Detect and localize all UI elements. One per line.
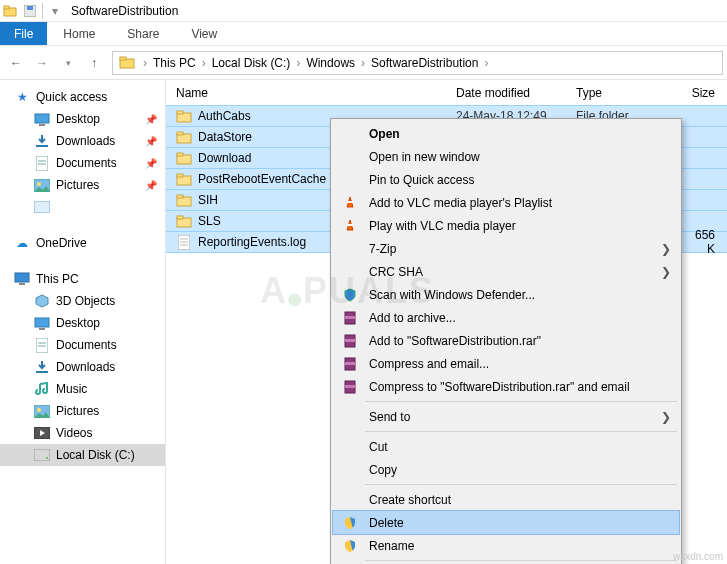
music-icon	[34, 381, 50, 397]
sidebar-item-label: Downloads	[56, 134, 115, 148]
menu-item-delete[interactable]: Delete	[333, 511, 679, 534]
file-name: PostRebootEventCache	[198, 172, 326, 186]
home-tab[interactable]: Home	[47, 22, 111, 45]
dropdown-icon[interactable]: ▾	[45, 1, 65, 21]
sidebar-item-desktop[interactable]: Desktop📌	[0, 108, 165, 130]
view-tab[interactable]: View	[175, 22, 233, 45]
menu-item-label: 7-Zip	[369, 242, 679, 256]
share-tab[interactable]: Share	[111, 22, 175, 45]
sidebar-label: This PC	[36, 272, 79, 286]
recent-dropdown[interactable]: ▾	[56, 51, 80, 75]
crumb-local-disk[interactable]: Local Disk (C:)	[208, 52, 295, 74]
sidebar-item-label: Videos	[56, 426, 92, 440]
file-tab[interactable]: File	[0, 22, 47, 45]
folder-icon	[176, 108, 192, 124]
save-icon[interactable]	[20, 1, 40, 21]
menu-item-7-zip[interactable]: 7-Zip❯	[333, 237, 679, 260]
sidebar-onedrive[interactable]: ☁ OneDrive	[0, 232, 165, 254]
sidebar-quick-access[interactable]: ★ Quick access	[0, 86, 165, 108]
downloads-icon	[34, 359, 50, 375]
menu-item-scan-with-windows-defender[interactable]: Scan with Windows Defender...	[333, 283, 679, 306]
chevron-right-icon[interactable]: ›	[359, 56, 367, 70]
menu-item-label: Copy	[369, 463, 679, 477]
crumb-this-pc[interactable]: This PC	[149, 52, 200, 74]
rar-icon	[341, 355, 359, 373]
sidebar-label: Quick access	[36, 90, 107, 104]
sidebar-item-label: Local Disk (C:)	[56, 448, 135, 462]
sidebar-item-videos[interactable]: Videos	[0, 422, 165, 444]
folder-icon	[0, 1, 20, 21]
svg-point-13	[37, 182, 41, 186]
menu-item-play-with-vlc-media-player[interactable]: Play with VLC media player	[333, 214, 679, 237]
svg-rect-22	[36, 371, 48, 373]
sidebar-this-pc[interactable]: This PC	[0, 268, 165, 290]
menu-item-add-to-vlc-media-player-s-playlist[interactable]: Add to VLC media player's Playlist	[333, 191, 679, 214]
menu-item-add-to-softwaredistribution-rar[interactable]: Add to "SoftwareDistribution.rar"	[333, 329, 679, 352]
menu-item-send-to[interactable]: Send to❯	[333, 405, 679, 428]
back-button[interactable]: ←	[4, 51, 28, 75]
blank-icon	[341, 263, 359, 281]
menu-item-label: Add to VLC media player's Playlist	[369, 196, 679, 210]
menu-item-compress-to-softwaredistribution-rar-and-email[interactable]: Compress to "SoftwareDistribution.rar" a…	[333, 375, 679, 398]
3d-icon	[34, 293, 50, 309]
menu-item-create-shortcut[interactable]: Create shortcut	[333, 488, 679, 511]
menu-separator	[365, 431, 677, 432]
sidebar-item-documents[interactable]: Documents📌	[0, 152, 165, 174]
sidebar-item-music[interactable]: Music	[0, 378, 165, 400]
svg-rect-44	[347, 201, 353, 203]
menu-separator	[365, 401, 677, 402]
breadcrumb[interactable]: › This PC › Local Disk (C:) › Windows › …	[112, 51, 723, 75]
pin-icon: 📌	[145, 114, 157, 125]
blank-icon	[341, 461, 359, 479]
desktop-icon	[34, 111, 50, 127]
chevron-right-icon[interactable]: ›	[294, 56, 302, 70]
sidebar-item-desktop[interactable]: Desktop	[0, 312, 165, 334]
sidebar-item-downloads[interactable]: Downloads📌	[0, 130, 165, 152]
menu-item-add-to-archive[interactable]: Add to archive...	[333, 306, 679, 329]
svg-rect-37	[177, 195, 183, 198]
pin-icon: 📌	[145, 158, 157, 169]
menu-item-cut[interactable]: Cut	[333, 435, 679, 458]
sidebar-item-label: Downloads	[56, 360, 115, 374]
sidebar-item-3d-objects[interactable]: 3D Objects	[0, 290, 165, 312]
sidebar-item-downloads[interactable]: Downloads	[0, 356, 165, 378]
col-type[interactable]: Type	[576, 86, 686, 100]
svg-rect-17	[35, 318, 49, 327]
chevron-right-icon[interactable]: ›	[200, 56, 208, 70]
sidebar-item-label: Music	[56, 382, 87, 396]
menu-item-copy[interactable]: Copy	[333, 458, 679, 481]
svg-rect-51	[345, 362, 355, 365]
svg-rect-6	[35, 114, 49, 123]
pc-icon	[14, 271, 30, 287]
menu-item-rename[interactable]: Rename	[333, 534, 679, 557]
crumb-softwaredistribution[interactable]: SoftwareDistribution	[367, 52, 482, 74]
menu-item-label: Rename	[369, 539, 679, 553]
sidebar-item-blank[interactable]	[0, 196, 165, 218]
file-name: DataStore	[198, 130, 252, 144]
chevron-right-icon[interactable]: ›	[141, 56, 149, 70]
sidebar-item-pictures[interactable]: Pictures📌	[0, 174, 165, 196]
chevron-right-icon[interactable]: ›	[482, 56, 490, 70]
crumb-windows[interactable]: Windows	[302, 52, 359, 74]
svg-rect-14	[34, 201, 50, 213]
menu-item-pin-to-quick-access[interactable]: Pin to Quick access	[333, 168, 679, 191]
menu-item-compress-and-email[interactable]: Compress and email...	[333, 352, 679, 375]
sidebar-item-pictures[interactable]: Pictures	[0, 400, 165, 422]
col-name[interactable]: Name	[176, 86, 456, 100]
menu-item-crc-sha[interactable]: CRC SHA❯	[333, 260, 679, 283]
svg-rect-53	[345, 385, 355, 388]
menu-item-open[interactable]: Open	[333, 122, 679, 145]
col-date[interactable]: Date modified	[456, 86, 576, 100]
pictures-icon	[34, 177, 50, 193]
sidebar-item-label: Desktop	[56, 112, 100, 126]
col-size[interactable]: Size	[686, 86, 727, 100]
forward-button[interactable]: →	[30, 51, 54, 75]
separator	[42, 3, 43, 19]
sidebar-item-local-disk-c-[interactable]: Local Disk (C:)	[0, 444, 165, 466]
menu-item-label: Open	[369, 127, 679, 141]
disk-icon	[34, 447, 50, 463]
menu-item-open-in-new-window[interactable]: Open in new window	[333, 145, 679, 168]
svg-rect-47	[345, 316, 355, 319]
sidebar-item-documents[interactable]: Documents	[0, 334, 165, 356]
up-button[interactable]: ↑	[82, 51, 106, 75]
